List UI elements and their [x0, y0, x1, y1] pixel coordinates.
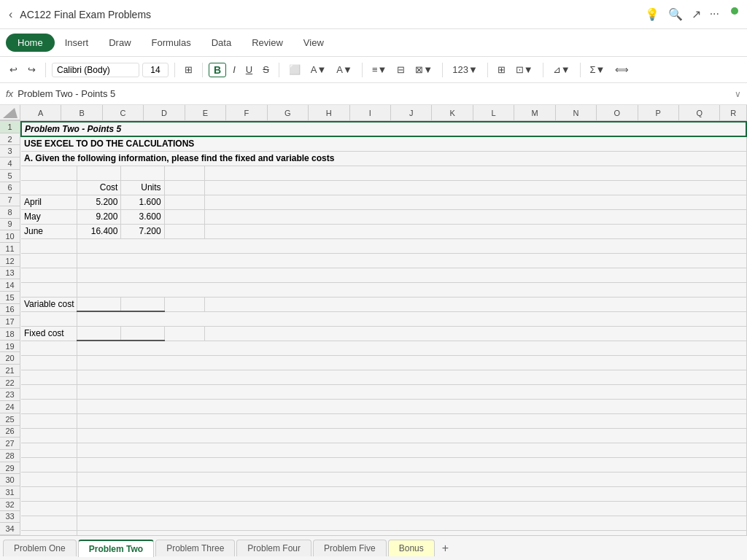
tab-draw[interactable]: Draw [98, 33, 141, 52]
tab-insert[interactable]: Insert [55, 33, 99, 52]
row-num-13[interactable]: 13 [0, 267, 20, 279]
cell-B13[interactable] [77, 297, 121, 311]
cell-C7[interactable]: 3.600 [121, 209, 164, 224]
border-button[interactable]: ⬜ [285, 63, 304, 77]
more-icon[interactable]: ··· [710, 7, 719, 21]
col-header-F[interactable]: F [226, 105, 267, 121]
cell-area[interactable]: Problem Two - Points 5 USE EXCEL TO DO T… [20, 121, 747, 535]
row-num-22[interactable]: 22 [0, 377, 20, 389]
add-sheet-button[interactable]: + [436, 539, 454, 558]
row-num-34[interactable]: 34 [0, 523, 20, 535]
cell-A6[interactable]: April [21, 195, 77, 209]
tab-view[interactable]: View [293, 33, 334, 52]
cell-D7[interactable] [164, 209, 204, 224]
cell-D15[interactable] [164, 326, 204, 341]
sheet-tab-problem-four[interactable]: Problem Four [236, 540, 311, 556]
col-header-G[interactable]: G [268, 105, 309, 121]
col-header-I[interactable]: I [350, 105, 391, 121]
cell-A15[interactable]: Fixed cost [21, 326, 77, 341]
cell-B15[interactable] [77, 326, 121, 341]
row-num-28[interactable]: 28 [0, 450, 20, 462]
cell-A18[interactable] [21, 370, 77, 384]
col-header-L[interactable]: L [473, 105, 514, 121]
row-num-9[interactable]: 9 [0, 219, 20, 231]
col-header-O[interactable]: O [597, 105, 638, 121]
cell-A26[interactable] [21, 486, 77, 501]
row-num-27[interactable]: 27 [0, 438, 20, 450]
col-header-A[interactable]: A [20, 105, 61, 121]
cell-C13[interactable] [121, 297, 164, 311]
fill-color-button[interactable]: A▼ [307, 63, 330, 77]
cell-D4[interactable] [164, 166, 204, 180]
col-header-Q[interactable]: Q [679, 105, 720, 121]
cell-C6[interactable]: 1.600 [121, 195, 164, 209]
cell-D6[interactable] [164, 195, 204, 209]
sheet-tab-problem-three[interactable]: Problem Three [155, 540, 235, 556]
undo-button[interactable]: ↩ [6, 63, 21, 77]
font-color-button[interactable]: A▼ [333, 63, 356, 77]
sheet-tab-problem-one[interactable]: Problem One [3, 540, 77, 556]
cell-D8[interactable] [164, 224, 204, 238]
row-num-1[interactable]: 1 [0, 121, 20, 133]
row-num-30[interactable]: 30 [0, 474, 20, 486]
lightbulb-icon[interactable]: 💡 [645, 7, 659, 21]
row-num-19[interactable]: 19 [0, 341, 20, 353]
sum-button[interactable]: Σ▼ [587, 63, 609, 77]
col-header-J[interactable]: J [391, 105, 432, 121]
row-num-21[interactable]: 21 [0, 365, 20, 377]
edit-shapes-button[interactable]: ⊿▼ [549, 63, 574, 77]
cell-C5[interactable]: Units [121, 180, 164, 195]
row-num-3[interactable]: 3 [0, 145, 20, 158]
cell-styles-button[interactable]: ⊡▼ [512, 63, 537, 77]
cell-A10[interactable] [21, 253, 77, 268]
cell-C15[interactable] [121, 326, 164, 341]
row-num-17[interactable]: 17 [0, 316, 20, 328]
row-num-11[interactable]: 11 [0, 243, 20, 255]
row-num-6[interactable]: 6 [0, 182, 20, 195]
col-header-B[interactable]: B [61, 105, 102, 121]
row-num-25[interactable]: 25 [0, 413, 20, 426]
cell-A8[interactable]: June [21, 224, 77, 238]
row-num-32[interactable]: 32 [0, 499, 20, 511]
row-num-12[interactable]: 12 [0, 255, 20, 268]
cell-A27[interactable] [21, 501, 77, 516]
cell-A22[interactable] [21, 428, 77, 443]
tab-formulas[interactable]: Formulas [142, 33, 201, 52]
search-icon[interactable]: 🔍 [668, 7, 683, 21]
sheet-tab-bonus[interactable]: Bonus [388, 540, 435, 556]
wrap-button[interactable]: ⊟ [393, 63, 409, 77]
cell-A14[interactable] [21, 311, 77, 326]
cell-B5[interactable]: Cost [77, 180, 121, 195]
row-num-16[interactable]: 16 [0, 304, 20, 316]
cell-A20[interactable] [21, 399, 77, 413]
cell-A25[interactable] [21, 472, 77, 486]
cell-B6[interactable]: 5.200 [77, 195, 121, 209]
font-name-input[interactable] [52, 63, 139, 77]
share-icon[interactable]: ↗ [692, 7, 701, 21]
cell-A16[interactable] [21, 341, 77, 355]
cell-A4[interactable] [21, 166, 77, 180]
row-num-33[interactable]: 33 [0, 511, 20, 524]
cell-A9[interactable] [21, 238, 77, 253]
row-num-8[interactable]: 8 [0, 206, 20, 219]
cell-A5[interactable] [21, 180, 77, 195]
cell-C4[interactable] [121, 166, 164, 180]
cell-B8[interactable]: 16.400 [77, 224, 121, 238]
row-num-4[interactable]: 4 [0, 158, 20, 170]
cell-B7[interactable]: 9.200 [77, 209, 121, 224]
cell-A11[interactable] [21, 268, 77, 282]
col-header-N[interactable]: N [556, 105, 597, 121]
col-header-E[interactable]: E [185, 105, 226, 121]
cell-A13[interactable]: Variable cost [21, 297, 77, 311]
row-num-29[interactable]: 29 [0, 462, 20, 475]
col-header-H[interactable]: H [309, 105, 349, 121]
bold-button[interactable]: B [209, 63, 226, 77]
row-num-7[interactable]: 7 [0, 194, 20, 206]
cell-D13[interactable] [164, 297, 204, 311]
col-header-M[interactable]: M [514, 105, 555, 121]
tab-data[interactable]: Data [201, 33, 241, 52]
format-cells-button[interactable]: ⊞ [181, 63, 196, 77]
cell-A19[interactable] [21, 384, 77, 399]
row-num-5[interactable]: 5 [0, 170, 20, 182]
row-num-18[interactable]: 18 [0, 328, 20, 341]
